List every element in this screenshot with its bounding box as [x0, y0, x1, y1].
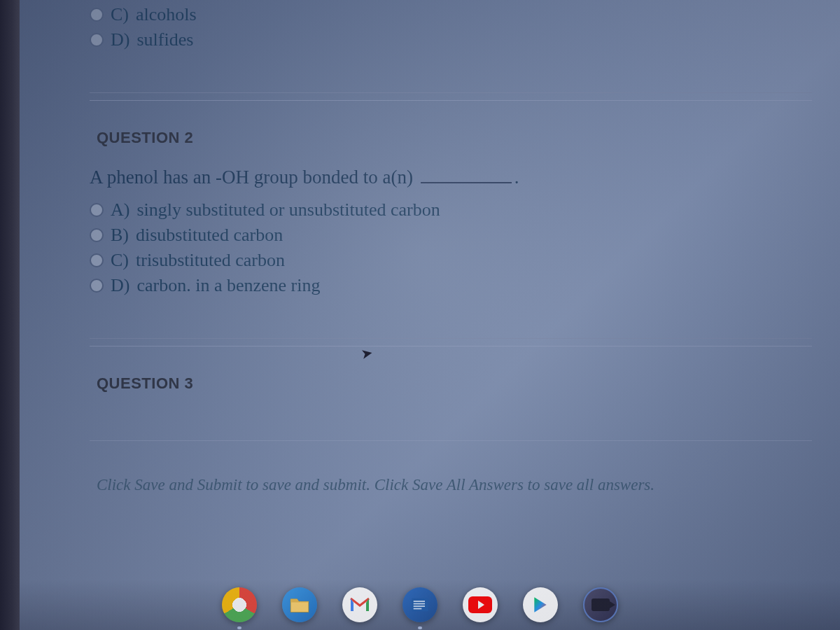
option-letter: C): [111, 4, 129, 25]
windows-taskbar: [0, 580, 840, 630]
svg-rect-3: [414, 606, 425, 607]
radio-unchecked-icon[interactable]: [90, 203, 104, 217]
chrome-icon[interactable]: [222, 587, 257, 622]
option-letter: A): [111, 200, 130, 220]
question-2-header: QUESTION 2: [90, 101, 812, 167]
question-2-prompt: A phenol has an -OH group bonded to a(n)…: [90, 167, 812, 188]
question-3-header: QUESTION 3: [90, 346, 812, 412]
question-1-options-tail: C) alcohols D) sulfides: [90, 4, 812, 50]
file-explorer-icon[interactable]: [282, 587, 317, 622]
prompt-after: .: [514, 167, 519, 188]
svg-rect-1: [414, 601, 425, 602]
prompt-before: A phenol has an -OH group bonded to a(n): [90, 167, 413, 188]
svg-rect-0: [412, 598, 428, 612]
option-letter: D): [111, 29, 130, 50]
save-submit-instruction: Click Save and Submit to save and submit…: [90, 440, 812, 508]
option-text: sulfides: [136, 29, 193, 50]
option-text: carbon. in a benzene ring: [136, 275, 320, 296]
fill-blank: [421, 182, 512, 183]
camera-icon[interactable]: [583, 587, 618, 622]
radio-unchecked-icon[interactable]: [90, 279, 104, 293]
gmail-icon[interactable]: [342, 587, 377, 622]
youtube-icon[interactable]: [463, 587, 498, 622]
question-2-options: A) singly substituted or unsubstituted c…: [90, 200, 812, 296]
q1-option-d[interactable]: D) sulfides: [90, 29, 812, 50]
svg-rect-2: [414, 603, 425, 605]
play-store-icon[interactable]: [523, 587, 558, 622]
option-text: singly substituted or unsubstituted carb…: [136, 200, 440, 220]
q2-option-b[interactable]: B) disubstituted carbon: [90, 225, 812, 246]
radio-unchecked-icon[interactable]: [90, 253, 104, 267]
q2-option-c[interactable]: C) trisubstituted carbon: [90, 250, 812, 271]
radio-unchecked-icon[interactable]: [90, 8, 104, 22]
question-2-block: QUESTION 2 A phenol has an -OH group bon…: [90, 92, 812, 296]
word-icon[interactable]: [402, 587, 438, 622]
question-3-block: QUESTION 3: [90, 338, 812, 412]
q2-option-d[interactable]: D) carbon. in a benzene ring: [90, 275, 812, 296]
q1-option-c[interactable]: C) alcohols: [90, 4, 812, 25]
q2-option-a[interactable]: A) singly substituted or unsubstituted c…: [90, 200, 812, 220]
option-letter: C): [111, 250, 129, 271]
option-text: alcohols: [136, 4, 197, 25]
radio-unchecked-icon[interactable]: [90, 33, 104, 47]
option-letter: B): [111, 225, 129, 246]
radio-unchecked-icon[interactable]: [90, 228, 104, 242]
option-text: disubstituted carbon: [136, 225, 283, 246]
svg-rect-4: [414, 608, 422, 610]
option-letter: D): [111, 275, 130, 296]
option-text: trisubstituted carbon: [136, 250, 285, 271]
